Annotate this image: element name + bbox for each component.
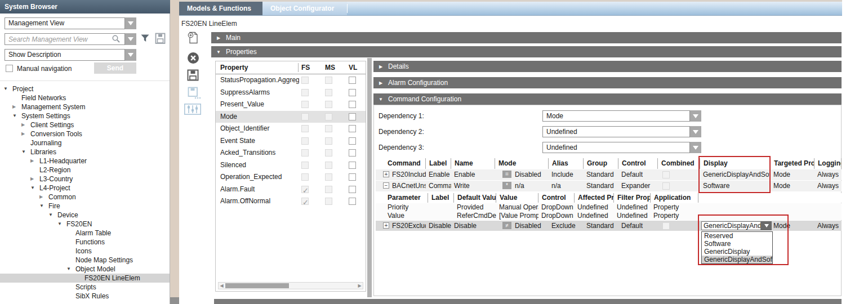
fs-checkbox[interactable] bbox=[301, 125, 309, 132]
fs-checkbox[interactable] bbox=[301, 101, 309, 108]
column-header-label[interactable]: Label bbox=[426, 158, 451, 169]
view-selector[interactable]: Management View bbox=[5, 17, 125, 29]
column-header-label[interactable]: Label bbox=[428, 193, 454, 203]
column-header-vl[interactable]: VL bbox=[349, 61, 357, 74]
column-header-fs[interactable]: FS bbox=[301, 61, 310, 74]
collapsed-arrow-icon[interactable]: ▶ bbox=[21, 120, 30, 129]
tree-item-field-networks[interactable]: Field Networks bbox=[0, 93, 170, 102]
collapsed-arrow-icon[interactable]: ▶ bbox=[30, 175, 39, 184]
tree-item-alarm-table[interactable]: Alarm Table bbox=[0, 229, 170, 238]
collapsed-arrow-icon[interactable]: ▶ bbox=[12, 102, 21, 111]
property-row-suppressalarms[interactable]: SuppressAlarms bbox=[216, 87, 366, 99]
property-row-alarm-offnormal[interactable]: Alarm.OffNormal bbox=[216, 195, 366, 208]
fs-checkbox[interactable] bbox=[301, 186, 309, 193]
combined-checkbox[interactable] bbox=[662, 171, 670, 178]
tree-item-sibx-rules[interactable]: SibX Rules bbox=[0, 292, 170, 301]
ms-checkbox[interactable] bbox=[325, 89, 332, 96]
expanded-arrow-icon[interactable]: ▼ bbox=[3, 84, 12, 93]
send-button[interactable]: Send bbox=[94, 62, 136, 74]
expanded-arrow-icon[interactable]: ▼ bbox=[12, 111, 21, 120]
vl-checkbox[interactable] bbox=[349, 77, 356, 84]
property-row-object-identifier[interactable]: Object_Identifier bbox=[216, 123, 366, 135]
tree-item-management-system[interactable]: ▶Management System bbox=[0, 102, 170, 111]
tree-item-functions[interactable]: Functions bbox=[0, 238, 170, 247]
vl-checkbox[interactable] bbox=[349, 173, 356, 181]
tree-item-l1-headquarter[interactable]: ▶L1-Headquarter bbox=[0, 157, 170, 166]
tree-item-icons[interactable]: Icons bbox=[0, 247, 170, 256]
column-header-group[interactable]: Group bbox=[584, 158, 618, 169]
column-header-control[interactable]: Control bbox=[618, 158, 658, 169]
filter-icon[interactable] bbox=[140, 34, 150, 43]
tree-item-scripts[interactable]: Scripts bbox=[0, 283, 170, 292]
chevron-down-icon[interactable] bbox=[690, 110, 701, 122]
parameter-row-priority[interactable]: PriorityProvidedManual OperatorDropDownU… bbox=[376, 203, 842, 212]
vl-checkbox[interactable] bbox=[349, 125, 356, 132]
fs-checkbox[interactable] bbox=[301, 162, 309, 169]
chevron-down-icon[interactable] bbox=[125, 49, 136, 61]
ms-checkbox[interactable] bbox=[325, 125, 332, 132]
command-row-fs20include[interactable]: +FS20IncludeEnableEnable=DisabledInclude… bbox=[376, 169, 842, 180]
tree-item-journaling[interactable]: Journaling bbox=[0, 138, 170, 147]
command-row-fs20exclude[interactable]: +FS20ExcludeDisableDisable≠DisabledExclu… bbox=[376, 221, 842, 231]
section-alarm-configuration[interactable]: ▶Alarm Configuration bbox=[373, 77, 842, 88]
column-header-alias[interactable]: Alias bbox=[549, 158, 584, 169]
expanded-arrow-icon[interactable]: ▼ bbox=[30, 184, 39, 193]
tree-item-l3-country[interactable]: ▶L3-Country bbox=[0, 175, 170, 184]
section-properties[interactable]: ▼Properties bbox=[211, 46, 842, 57]
ms-checkbox[interactable] bbox=[325, 186, 332, 193]
ms-checkbox[interactable] bbox=[325, 149, 332, 157]
scroll-right-arrow-icon[interactable]: ▶ bbox=[357, 283, 363, 289]
command-row-bacnetunsigned[interactable]: −BACnetUnsignedCommandWrite*n/an/aStanda… bbox=[376, 181, 842, 191]
fs-checkbox[interactable] bbox=[301, 89, 309, 96]
collapsed-arrow-icon[interactable]: ▶ bbox=[30, 157, 39, 166]
tree-item-object-model[interactable]: ▼Object Model bbox=[0, 265, 170, 274]
collapsed-arrow-icon[interactable]: ▶ bbox=[39, 193, 48, 202]
vl-checkbox[interactable] bbox=[349, 149, 356, 157]
vl-checkbox[interactable] bbox=[349, 162, 356, 169]
ms-checkbox[interactable] bbox=[325, 198, 332, 205]
vl-checkbox[interactable] bbox=[349, 101, 356, 108]
collapsed-section-bar[interactable] bbox=[214, 299, 842, 304]
column-header-value[interactable]: Value bbox=[496, 193, 538, 203]
tree-item-device[interactable]: ▼Device bbox=[0, 211, 170, 220]
tree-item-fs20en-lineelem[interactable]: FS20EN LineElem bbox=[0, 274, 170, 283]
tree-item-libraries[interactable]: ▼Libraries bbox=[0, 147, 170, 157]
save-icon[interactable] bbox=[187, 69, 199, 81]
fs-checkbox[interactable] bbox=[301, 198, 309, 205]
tab-models-and-functions[interactable]: Models & Functions bbox=[179, 2, 262, 15]
search-input[interactable] bbox=[5, 33, 125, 45]
column-header-name[interactable]: Name bbox=[451, 158, 495, 169]
property-row-event-state[interactable]: Event State bbox=[216, 135, 366, 147]
property-row-alarm-fault[interactable]: Alarm.Fault bbox=[216, 184, 366, 196]
save-search-icon[interactable] bbox=[155, 33, 166, 44]
expanded-arrow-icon[interactable]: ▼ bbox=[39, 202, 48, 211]
fs-checkbox[interactable] bbox=[301, 77, 309, 84]
discard-icon[interactable] bbox=[187, 52, 199, 64]
dependency-dropdown[interactable]: Mode bbox=[542, 110, 690, 122]
section-command-configuration[interactable]: ▼Command Configuration bbox=[373, 93, 842, 105]
panel-divider[interactable] bbox=[170, 0, 179, 304]
column-header-application[interactable]: Application bbox=[651, 193, 698, 203]
tree-item-conversion-tools[interactable]: ▶Conversion Tools bbox=[0, 129, 170, 138]
tree-item-l2-region[interactable]: L2-Region bbox=[0, 166, 170, 175]
vl-checkbox[interactable] bbox=[349, 137, 356, 145]
property-row-present-value[interactable]: Present_Value bbox=[216, 99, 366, 111]
column-header-logging[interactable]: Logging bbox=[814, 158, 842, 169]
vl-checkbox[interactable] bbox=[349, 113, 356, 120]
column-header-filter-proper[interactable]: Filter Proper bbox=[614, 193, 651, 203]
chevron-down-icon[interactable] bbox=[690, 126, 701, 137]
column-header-control[interactable]: Control bbox=[538, 193, 575, 203]
vl-checkbox[interactable] bbox=[349, 198, 356, 205]
column-header-targeted-prop[interactable]: Targeted Prop bbox=[771, 158, 814, 169]
section-main[interactable]: ▶Main bbox=[211, 32, 842, 43]
pane-splitter[interactable] bbox=[367, 58, 372, 297]
column-header-display[interactable]: Display bbox=[700, 158, 771, 169]
property-row-mode[interactable]: Mode bbox=[216, 111, 366, 123]
ms-checkbox[interactable] bbox=[325, 137, 332, 145]
tree-item-client-settings[interactable]: ▶Client Settings bbox=[0, 120, 170, 129]
property-row-acked-transitions[interactable]: Acked_Transitions bbox=[216, 147, 366, 159]
fs-checkbox[interactable] bbox=[301, 137, 309, 145]
expanded-arrow-icon[interactable]: ▼ bbox=[21, 147, 30, 157]
column-header-property[interactable]: Property bbox=[220, 61, 248, 74]
dependency-dropdown[interactable]: Undefined bbox=[542, 126, 690, 137]
